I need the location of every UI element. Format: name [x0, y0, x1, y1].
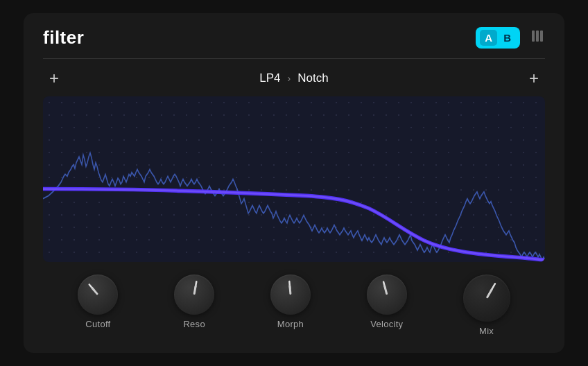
filter-add-left-button[interactable]: + [43, 67, 65, 89]
filter-add-right-button[interactable]: + [523, 67, 545, 89]
filter-arrow-icon: › [288, 73, 291, 84]
knob-group-cutoff: Cutoff [78, 274, 118, 329]
header-controls: A B [476, 27, 545, 49]
filter2-name[interactable]: Notch [297, 71, 328, 85]
morph-knob[interactable] [270, 274, 311, 315]
svg-rect-2 [540, 31, 543, 42]
mix-label: Mix [479, 326, 494, 336]
velocity-label: Velocity [370, 319, 403, 329]
filter1-name[interactable]: LP4 [259, 71, 280, 85]
plugin-container: filter A B + LP4 › Notch [24, 13, 564, 353]
knob-group-morph: Morph [270, 274, 311, 329]
mix-knob[interactable] [463, 274, 510, 322]
grid-icon[interactable] [530, 28, 545, 47]
knob-group-velocity: Velocity [367, 274, 407, 329]
reso-label: Reso [183, 319, 205, 329]
plugin-title: filter [43, 27, 84, 49]
morph-label: Morph [277, 319, 304, 329]
filter-row: + LP4 › Notch + [43, 67, 545, 89]
velocity-knob[interactable] [367, 274, 407, 315]
svg-rect-0 [532, 31, 535, 42]
waveform-svg [43, 96, 545, 262]
knob-group-reso: Reso [174, 274, 214, 329]
ab-toggle-button[interactable]: A B [476, 27, 520, 49]
svg-line-5 [89, 284, 94, 290]
svg-line-7 [196, 281, 197, 288]
filter-chain: LP4 › Notch [259, 71, 328, 85]
knob-group-mix: Mix [463, 274, 510, 336]
knobs-row: Cutoff Reso [43, 274, 545, 336]
ab-inner: A B [480, 30, 516, 46]
svg-line-11 [383, 282, 386, 289]
ab-b-label: B [499, 30, 516, 46]
svg-line-9 [289, 281, 290, 288]
ab-a-label: A [480, 30, 497, 46]
cutoff-label: Cutoff [85, 319, 110, 329]
waveform-display[interactable] [43, 96, 545, 262]
reso-knob[interactable] [174, 274, 214, 315]
header: filter A B [43, 27, 545, 49]
cutoff-knob[interactable] [78, 274, 118, 315]
header-divider [43, 58, 545, 59]
svg-rect-1 [536, 31, 539, 42]
svg-line-14 [491, 284, 495, 290]
